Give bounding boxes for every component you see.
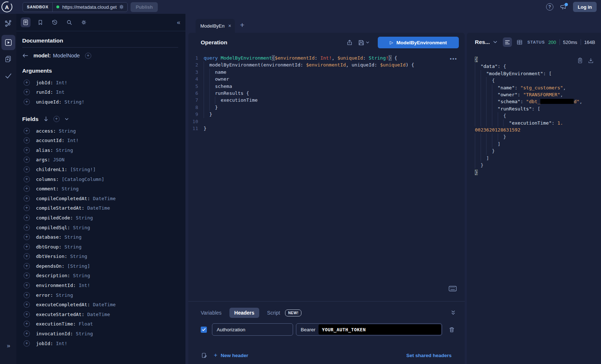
field-row[interactable]: +executionTime: Float xyxy=(22,319,178,329)
field-row[interactable]: +accountId: Int! xyxy=(22,136,178,145)
checks-icon[interactable] xyxy=(0,72,16,80)
tab-variables[interactable]: Variables xyxy=(201,310,221,316)
add-field-icon[interactable]: + xyxy=(24,215,30,221)
field-row[interactable]: +dbtVersion: String xyxy=(22,252,178,262)
keyboard-shortcuts-icon[interactable] xyxy=(449,286,457,291)
publish-button[interactable]: Publish xyxy=(131,2,158,12)
response-body[interactable]: {"data": {"modelByEnvironment": [{"name"… xyxy=(467,52,601,176)
fields-options-chevron-icon[interactable] xyxy=(65,118,69,121)
new-tab-icon[interactable]: + xyxy=(240,21,244,29)
header-key-input[interactable] xyxy=(212,323,293,336)
add-field-icon[interactable]: + xyxy=(24,176,30,182)
collapse-docs-icon[interactable]: « xyxy=(177,19,180,26)
field-row[interactable]: +comment: String xyxy=(22,184,178,194)
query-editor[interactable]: 1query ModelByEnvironment($environmentId… xyxy=(188,52,465,132)
add-field-icon[interactable]: + xyxy=(24,311,30,318)
add-field-icon[interactable]: + xyxy=(24,292,30,298)
field-row[interactable]: +error: String xyxy=(22,290,178,300)
schema-icon[interactable] xyxy=(0,20,16,28)
operation-collections-icon[interactable] xyxy=(0,55,16,63)
add-field-icon[interactable]: + xyxy=(24,80,30,86)
download-response-icon[interactable] xyxy=(588,57,594,64)
field-row[interactable]: +columns: [CatalogColumn] xyxy=(22,174,178,184)
search-icon[interactable] xyxy=(64,17,74,27)
help-icon[interactable]: ? xyxy=(546,3,553,11)
header-enabled-checkbox[interactable] xyxy=(201,327,207,333)
explorer-settings-icon[interactable] xyxy=(79,17,89,27)
tab-headers[interactable]: Headers xyxy=(229,308,259,318)
delete-header-icon[interactable] xyxy=(449,327,455,333)
field-row[interactable]: +compiledSql: String xyxy=(22,223,178,232)
argument-row[interactable]: +jobId: Int! xyxy=(22,78,178,88)
announcements-icon[interactable] xyxy=(560,4,567,10)
endpoint-url-input[interactable]: https://metadata.cloud.get xyxy=(62,4,118,10)
add-field-icon[interactable]: + xyxy=(24,137,30,143)
add-field-icon[interactable]: + xyxy=(24,195,30,202)
back-icon[interactable] xyxy=(22,53,28,58)
add-field-icon[interactable]: + xyxy=(24,302,30,308)
argument-row[interactable]: +uniqueId: String! xyxy=(22,97,178,107)
add-field-icon[interactable]: + xyxy=(24,263,30,269)
raw-view-toggle-icon[interactable] xyxy=(503,37,512,47)
field-row[interactable]: +dependsOn: [String] xyxy=(22,261,178,271)
collapse-bottom-panel-icon[interactable] xyxy=(450,310,456,315)
add-field-icon[interactable]: + xyxy=(24,128,30,134)
field-row[interactable]: +executeCompletedAt: DateTime xyxy=(22,300,178,310)
field-row[interactable]: +compileCompletedAt: DateTime xyxy=(22,194,178,203)
add-field-icon[interactable]: + xyxy=(24,340,30,347)
field-row[interactable]: +alias: String xyxy=(22,145,178,155)
add-field-icon[interactable]: + xyxy=(24,244,30,250)
editor-more-icon[interactable]: ••• xyxy=(450,56,457,62)
argument-row[interactable]: +runId: Int xyxy=(22,88,178,97)
field-row[interactable]: +args: JSON xyxy=(22,155,178,165)
bookmarks-icon[interactable] xyxy=(35,17,45,27)
operation-tab[interactable]: ModelByEnvi... × xyxy=(196,19,235,33)
expand-rail-icon[interactable]: » xyxy=(0,342,16,349)
add-field-icon[interactable]: + xyxy=(24,234,30,240)
sort-fields-icon[interactable] xyxy=(44,116,48,122)
add-field-icon[interactable]: + xyxy=(24,321,30,327)
field-row[interactable]: +access: String xyxy=(22,126,178,136)
add-field-icon[interactable]: + xyxy=(24,99,30,105)
copy-response-icon[interactable] xyxy=(577,57,583,64)
explorer-tab-selected[interactable] xyxy=(1,35,15,50)
share-icon[interactable] xyxy=(346,39,353,46)
add-field-icon[interactable]: + xyxy=(24,166,30,173)
add-field-icon[interactable]: + xyxy=(24,147,30,153)
add-all-fields-icon[interactable]: + xyxy=(53,116,60,122)
response-dropdown-chevron-icon[interactable] xyxy=(493,41,497,44)
field-row[interactable]: +dbtGroup: String xyxy=(22,242,178,252)
add-field-icon[interactable]: + xyxy=(24,157,30,163)
response-panel-title[interactable]: Res... xyxy=(475,39,490,45)
add-field-icon[interactable]: + xyxy=(24,89,30,95)
add-field-icon[interactable]: + xyxy=(24,253,30,259)
field-row[interactable]: +jobId: Int! xyxy=(22,339,178,348)
field-row[interactable]: +database: String xyxy=(22,232,178,242)
new-header-button[interactable]: + New header xyxy=(214,352,248,359)
table-view-toggle-icon[interactable] xyxy=(515,37,524,47)
header-value-input[interactable]: Bearer YOUR_AUTH_TOKEN xyxy=(296,323,442,336)
documentation-tab-icon[interactable] xyxy=(21,17,31,27)
run-operation-button[interactable]: ▷ ModelByEnvironment xyxy=(378,37,459,48)
add-field-icon[interactable]: + xyxy=(24,225,30,231)
add-type-icon[interactable]: + xyxy=(85,53,91,59)
add-field-icon[interactable]: + xyxy=(24,272,30,279)
close-tab-icon[interactable]: × xyxy=(228,23,231,29)
login-button[interactable]: Log in xyxy=(573,2,597,12)
add-field-icon[interactable]: + xyxy=(24,205,30,211)
add-field-icon[interactable]: + xyxy=(24,331,30,337)
field-row[interactable]: +description: String xyxy=(22,271,178,281)
field-row[interactable]: +executeStartedAt: DateTime xyxy=(22,310,178,319)
add-field-icon[interactable]: + xyxy=(24,282,30,288)
field-row[interactable]: +childrenL1: [String!] xyxy=(22,165,178,174)
tab-script[interactable]: Script xyxy=(267,310,280,316)
field-row[interactable]: +compiledCode: String xyxy=(22,213,178,223)
field-row[interactable]: +invocationId: String xyxy=(22,329,178,339)
history-icon[interactable] xyxy=(50,17,60,27)
endpoint-settings-icon[interactable] xyxy=(119,4,124,10)
field-row[interactable]: +compileStartedAt: DateTime xyxy=(22,203,178,213)
add-field-icon[interactable]: + xyxy=(24,186,30,192)
breadcrumb-type[interactable]: ModelNode xyxy=(53,53,80,58)
preflight-script-icon[interactable] xyxy=(201,352,207,359)
set-shared-headers-link[interactable]: Set shared headers xyxy=(406,353,452,358)
